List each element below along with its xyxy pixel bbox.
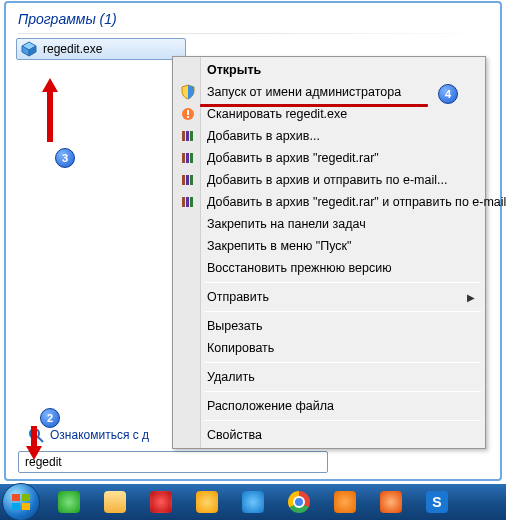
books-icon [180, 194, 196, 210]
menu-pin-taskbar[interactable]: Закрепить на панели задач [175, 213, 483, 235]
taskbar-app-search[interactable] [232, 487, 274, 517]
menu-open[interactable]: Открыть [175, 59, 483, 81]
menu-restore[interactable]: Восстановить прежнюю версию [175, 257, 483, 279]
menu-separator [205, 362, 481, 363]
menu-copy[interactable]: Копировать [175, 337, 483, 359]
taskbar-app-chrome[interactable] [278, 487, 320, 517]
taskbar-app-utorrent[interactable] [48, 487, 90, 517]
annotation-badge-3: 3 [55, 148, 75, 168]
taskbar-app-explorer[interactable] [94, 487, 136, 517]
disc-burn-icon [380, 491, 402, 513]
svg-marker-21 [26, 426, 42, 460]
annotation-arrow-up [40, 78, 60, 142]
search-row [18, 451, 328, 473]
search-result-label: regedit.exe [43, 42, 102, 56]
menu-separator [205, 420, 481, 421]
cube-icon [21, 41, 37, 57]
svg-rect-17 [182, 197, 185, 207]
menu-add-archive[interactable]: Добавить в архив... [175, 125, 483, 147]
search-result-regedit[interactable]: regedit.exe [16, 38, 186, 60]
svg-rect-8 [182, 131, 185, 141]
svg-rect-12 [186, 153, 189, 163]
svg-rect-25 [12, 503, 20, 510]
menu-separator [205, 391, 481, 392]
svg-rect-14 [182, 175, 185, 185]
menu-separator [205, 311, 481, 312]
svg-rect-11 [182, 153, 185, 163]
svg-rect-24 [22, 494, 30, 501]
chrome-icon [288, 491, 310, 513]
svg-rect-13 [190, 153, 193, 163]
svg-marker-20 [42, 78, 58, 142]
menu-add-rar[interactable]: Добавить в архив "regedit.rar" [175, 147, 483, 169]
menu-file-location[interactable]: Расположение файла [175, 395, 483, 417]
mail-icon [196, 491, 218, 513]
annotation-badge-2: 2 [40, 408, 60, 428]
folder-icon [104, 491, 126, 513]
annotation-underline [200, 104, 428, 107]
section-header: Программы (1) [6, 3, 500, 33]
search-input[interactable] [18, 451, 328, 473]
svg-rect-15 [186, 175, 189, 185]
context-menu: Открыть Запуск от имени администратора С… [172, 56, 486, 449]
divider [18, 33, 488, 34]
taskbar: S [0, 484, 506, 520]
menu-add-email[interactable]: Добавить в архив и отправить по e-mail..… [175, 169, 483, 191]
svg-rect-19 [190, 197, 193, 207]
svg-rect-18 [186, 197, 189, 207]
windows-logo-icon [11, 492, 31, 512]
taskbar-app-mail[interactable] [186, 487, 228, 517]
svg-rect-23 [12, 494, 20, 501]
svg-rect-9 [186, 131, 189, 141]
media-player-icon [334, 491, 356, 513]
shield-icon [180, 84, 196, 100]
annotation-arrow-down [25, 426, 43, 464]
opera-icon [150, 491, 172, 513]
menu-add-rar-email[interactable]: Добавить в архив "regedit.rar" и отправи… [175, 191, 483, 213]
taskbar-app-media[interactable] [324, 487, 366, 517]
menu-separator [205, 282, 481, 283]
svg-rect-26 [22, 503, 30, 510]
svg-rect-10 [190, 131, 193, 141]
svg-rect-7 [187, 116, 189, 118]
annotation-badge-4: 4 [438, 84, 458, 104]
menu-pin-start[interactable]: Закрепить в меню "Пуск" [175, 235, 483, 257]
menu-properties[interactable]: Свойства [175, 424, 483, 446]
menu-delete[interactable]: Удалить [175, 366, 483, 388]
taskbar-app-s[interactable]: S [416, 487, 458, 517]
chevron-right-icon: ▶ [467, 292, 475, 303]
see-other-results-label: Ознакомиться с д [50, 428, 149, 442]
menu-send-to[interactable]: Отправить ▶ [175, 286, 483, 308]
utorrent-icon [58, 491, 80, 513]
books-icon [180, 172, 196, 188]
start-button[interactable] [2, 483, 40, 520]
app-s-icon: S [426, 491, 448, 513]
books-icon [180, 150, 196, 166]
taskbar-app-burn[interactable] [370, 487, 412, 517]
see-other-results[interactable]: Ознакомиться с д [28, 427, 149, 443]
taskbar-app-opera[interactable] [140, 487, 182, 517]
svg-rect-6 [187, 110, 189, 115]
books-icon [180, 128, 196, 144]
menu-cut[interactable]: Вырезать [175, 315, 483, 337]
menu-run-as-admin[interactable]: Запуск от имени администратора [175, 81, 483, 103]
antivirus-icon [180, 106, 196, 122]
search-app-icon [242, 491, 264, 513]
svg-rect-16 [190, 175, 193, 185]
